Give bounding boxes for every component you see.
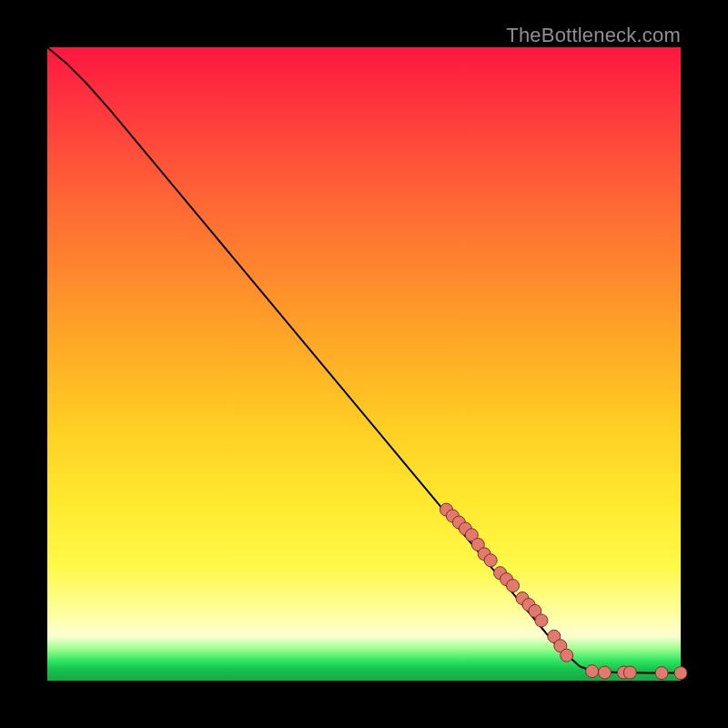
data-point [655, 667, 668, 680]
data-point [561, 649, 573, 662]
curve-line [47, 47, 681, 673]
data-point [586, 665, 599, 678]
marker-group [440, 503, 688, 680]
data-point [507, 580, 520, 592]
chart-svg [47, 47, 681, 681]
data-point [484, 554, 497, 567]
data-point [535, 614, 548, 627]
data-point [599, 666, 612, 679]
data-point [623, 666, 636, 679]
chart-stage: TheBottleneck.com [0, 0, 728, 728]
data-point [674, 667, 687, 680]
watermark-text: TheBottleneck.com [506, 24, 681, 47]
